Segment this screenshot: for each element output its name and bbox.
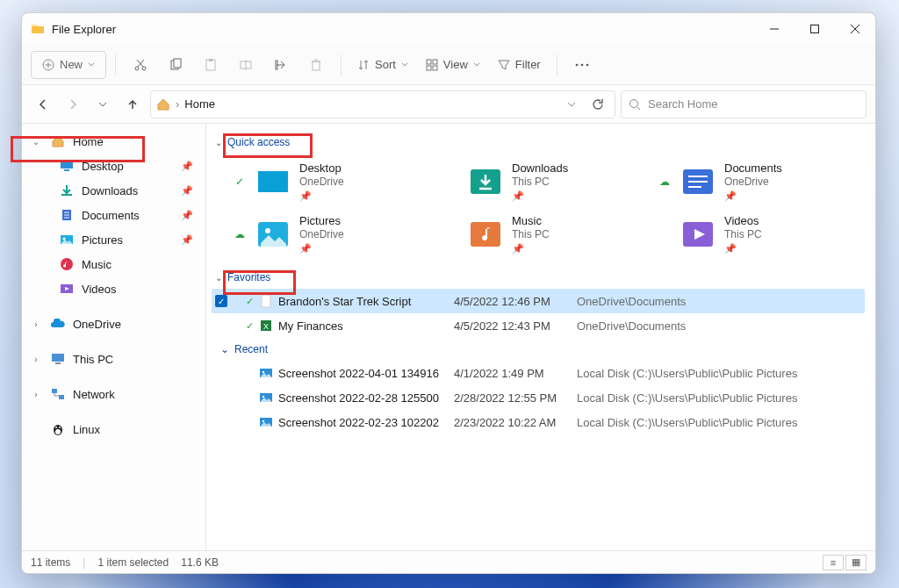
cut-button[interactable] [125,51,156,79]
quick-access-name: Downloads [512,161,568,176]
svg-rect-31 [64,169,69,171]
sidebar-item-pictures[interactable]: Pictures 📌 [22,227,205,252]
recent-row[interactable]: Screenshot 2022-02-28 1255002/28/2022 12… [212,385,865,410]
file-date: 4/5/2022 12:46 PM [454,295,577,308]
sidebar-item-desktop[interactable]: Desktop 📌 [22,154,205,178]
file-explorer-window: File Explorer New Sort View [21,12,876,574]
sidebar-item-videos[interactable]: Videos [22,276,205,301]
address-dropdown[interactable] [562,100,581,109]
details-view-button[interactable]: ≡ [823,555,844,570]
rename-button[interactable] [230,51,262,79]
svg-point-28 [630,99,638,107]
recent-header[interactable]: ⌄ Recent [212,338,865,361]
sidebar-item-documents[interactable]: Documents 📌 [22,203,205,227]
filter-button[interactable]: Filter [491,51,548,79]
sidebar-item-music[interactable]: Music [22,252,205,276]
refresh-button[interactable] [586,98,609,111]
minimize-button[interactable] [754,13,795,45]
svg-point-45 [55,429,61,434]
quick-access-item[interactable]: ☁PicturesOneDrive📌 [233,212,438,257]
svg-point-26 [580,63,583,66]
share-button[interactable] [265,51,297,79]
more-button[interactable] [566,51,598,79]
view-button[interactable]: View [419,51,487,79]
nav-forward-button[interactable] [61,92,85,117]
svg-rect-41 [55,362,61,364]
sidebar-item-home[interactable]: ⌄ Home [22,129,205,154]
copy-button[interactable] [160,51,191,79]
folder-icon [468,164,503,199]
paste-button[interactable] [195,51,227,79]
chevron-right-icon[interactable]: › [29,390,43,399]
search-box[interactable]: Search Home [621,90,867,118]
chevron-right-icon[interactable]: › [29,355,43,364]
pin-icon: 📌 [181,161,193,172]
sidebar-item-downloads[interactable]: Downloads 📌 [22,178,205,203]
recent-row[interactable]: Screenshot 2022-04-01 1349164/1/2022 1:4… [212,361,865,385]
svg-point-47 [59,427,61,428]
quick-access-location: OneDrive [299,176,344,189]
chevron-down-icon: ⌄ [215,273,222,283]
sidebar-network-label: Network [73,388,115,401]
view-label: View [443,58,468,71]
favorites-label: Favorites [227,271,270,283]
svg-rect-22 [433,60,437,64]
quick-access-name: Desktop [299,161,344,176]
quick-access-item[interactable]: DownloadsThis PC📌 [445,159,651,204]
file-icon: X [259,319,278,333]
quick-access-label: Quick access [227,136,290,148]
quick-access-header[interactable]: ⌄ Quick access [212,131,865,154]
thumbnails-view-button[interactable]: ▦ [845,555,867,570]
sync-status-icon: ☁ [658,176,672,188]
quick-access-grid: ✓DesktopOneDrive📌DownloadsThis PC📌☁Docum… [212,154,865,266]
quick-access-item[interactable]: VideosThis PC📌 [658,212,863,257]
quick-access-item[interactable]: ✓DesktopOneDrive📌 [233,159,438,204]
favorites-header[interactable]: ⌄ Favorites [212,266,865,289]
svg-rect-43 [59,395,64,399]
pin-icon: 📌 [512,243,550,255]
quick-access-location: This PC [512,228,550,241]
pin-icon: 📌 [181,234,193,246]
sidebar-item-label: Pictures [82,233,123,247]
favorite-row[interactable]: ✓✓Brandon's Star Trek Script4/5/2022 12:… [212,289,865,313]
svg-point-7 [135,67,139,70]
maximize-button[interactable] [795,13,835,45]
recent-label: Recent [234,343,268,355]
chevron-down-icon[interactable]: ⌄ [29,137,43,147]
network-icon [50,387,66,401]
chevron-down-icon [473,61,480,68]
file-date: 2/23/2022 10:22 AM [454,416,577,429]
favorite-row[interactable]: ✓XMy Finances4/5/2022 12:43 PMOneDrive\D… [212,313,865,338]
file-date: 4/1/2022 1:49 PM [454,367,577,380]
close-button[interactable] [835,13,875,45]
nav-recent-button[interactable] [90,92,115,117]
nav-back-button[interactable] [31,92,55,117]
sort-button[interactable]: Sort [350,51,415,79]
svg-rect-40 [52,354,64,362]
nav-up-button[interactable] [120,92,145,117]
sidebar-item-thispc[interactable]: › This PC [22,347,205,371]
checkbox-icon[interactable]: ✓ [215,295,227,307]
svg-rect-24 [433,66,437,70]
new-button[interactable]: New [31,51,106,79]
svg-point-27 [586,63,588,66]
chevron-down-icon: ⌄ [220,343,229,355]
pin-icon: 📌 [299,190,344,203]
delete-button[interactable] [300,51,332,79]
quick-access-item[interactable]: MusicThis PC📌 [445,212,651,257]
quick-access-location: OneDrive [724,176,782,189]
sidebar-item-network[interactable]: › Network [22,382,205,406]
sidebar-item-linux[interactable]: › Linux [22,417,205,441]
view-toggle: ≡ ▦ [823,555,867,570]
address-box[interactable]: › Home [150,90,615,118]
chevron-right-icon[interactable]: › [29,319,43,329]
sync-status-icon: ✓ [240,320,259,332]
new-label: New [60,58,83,71]
favorites-list: ✓✓Brandon's Star Trek Script4/5/2022 12:… [212,289,865,338]
svg-rect-42 [52,389,57,393]
sidebar-item-label: Music [82,258,111,271]
quick-access-item[interactable]: ☁DocumentsOneDrive📌 [658,159,863,204]
recent-row[interactable]: Screenshot 2022-02-23 1022022/23/2022 10… [212,410,865,434]
sidebar-item-onedrive[interactable]: › OneDrive [22,312,205,336]
sidebar-home-label: Home [73,135,104,148]
